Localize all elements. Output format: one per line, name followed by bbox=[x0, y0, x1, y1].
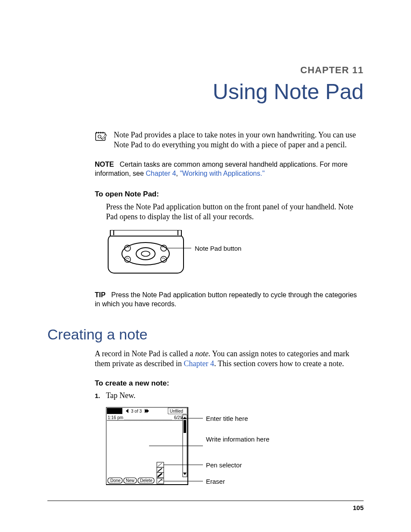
section-para-italic: note. bbox=[195, 349, 211, 358]
tip-block: TIP Press the Note Pad application butto… bbox=[95, 290, 364, 309]
svg-text:New: New bbox=[126, 478, 135, 483]
svg-rect-2 bbox=[108, 234, 184, 273]
callout-write: Write information here bbox=[206, 436, 269, 443]
callout-title: Enter title here bbox=[206, 415, 248, 423]
chapter-title: Using Note Pad bbox=[47, 79, 364, 104]
new-button: New bbox=[124, 478, 137, 483]
section-para-c: . This section covers how to create a no… bbox=[214, 359, 344, 368]
svg-rect-20 bbox=[184, 420, 186, 433]
svg-text:Delete: Delete bbox=[140, 478, 153, 483]
open-section: To open Note Pad: Press the Note Pad app… bbox=[95, 190, 364, 277]
open-para: Press the Note Pad application button on… bbox=[106, 202, 364, 222]
pen-selector-icon bbox=[157, 462, 164, 478]
step-1-num: 1. bbox=[95, 392, 106, 399]
page: CHAPTER 11 Using Note Pad Note Pad provi… bbox=[0, 0, 411, 532]
pda-category: Unfiled bbox=[170, 409, 183, 414]
note-label: NOTE bbox=[95, 161, 114, 168]
pda-time: 1:16 pm bbox=[108, 415, 123, 420]
callout-pen: Pen selector bbox=[206, 461, 242, 469]
section-para: A record in Note Pad is called a note. Y… bbox=[95, 349, 364, 369]
link-working-apps[interactable]: "Working with Applications." bbox=[180, 170, 265, 177]
done-button: Done bbox=[108, 478, 122, 483]
note-block: NOTE Certain tasks are common among seve… bbox=[95, 160, 364, 178]
chapter-label: CHAPTER 11 bbox=[47, 65, 364, 76]
eraser-icon bbox=[157, 478, 164, 484]
device-callout: Note Pad button bbox=[195, 244, 241, 253]
pda-screenshot-figure: Note 3 of 3 Unfiled 1:16 pm 6/29 bbox=[106, 407, 364, 493]
tip-text: Press the Note Pad application button re… bbox=[95, 291, 357, 308]
section-title: Creating a note bbox=[47, 326, 364, 343]
create-subhead: To create a new note: bbox=[95, 379, 364, 389]
notepad-icon bbox=[95, 131, 110, 144]
section-para-a: A record in Note Pad is called a bbox=[95, 349, 195, 358]
pda-counter: 3 of 3 bbox=[131, 409, 142, 414]
svg-rect-3 bbox=[110, 230, 181, 236]
link-chapter4-b[interactable]: Chapter 4 bbox=[184, 359, 214, 368]
step-1-text: Tap New. bbox=[106, 391, 136, 400]
svg-point-1 bbox=[98, 135, 101, 138]
device-figure: Note Pad button bbox=[106, 230, 364, 277]
footer-rule bbox=[47, 501, 364, 501]
intro-text: Note Pad provides a place to take notes … bbox=[114, 130, 364, 150]
create-section: To create a new note: bbox=[95, 379, 364, 389]
svg-text:Done: Done bbox=[110, 478, 121, 483]
page-number: 105 bbox=[353, 504, 364, 511]
callout-eraser: Eraser bbox=[206, 478, 225, 485]
step-1: 1. Tap New. bbox=[95, 391, 364, 400]
svg-rect-30 bbox=[157, 478, 164, 484]
pda-date: 6/29 bbox=[174, 415, 183, 420]
delete-button: Delete bbox=[138, 478, 154, 483]
intro-row: Note Pad provides a place to take notes … bbox=[95, 130, 364, 150]
link-chapter4[interactable]: Chapter 4 bbox=[146, 170, 176, 177]
pda-header: Note bbox=[108, 409, 118, 414]
tip-label: TIP bbox=[95, 291, 106, 299]
open-subhead: To open Note Pad: bbox=[95, 190, 364, 199]
